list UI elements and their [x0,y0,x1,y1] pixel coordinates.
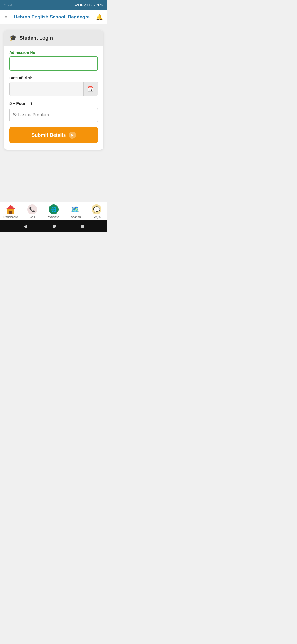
nav-item-website[interactable]: 🌐 Website [43,204,64,219]
captcha-form-group: 5 + Four = ? [9,101,98,122]
status-time: 5:38 [4,3,12,7]
card-header: 🎓 Student Login [4,30,103,46]
website-icon: 🌐 [49,204,59,214]
website-icon-wrap: 🌐 [49,204,59,214]
main-content: 🎓 Student Login Admission No Date of Bir… [0,24,107,202]
system-nav-bar: ◀ ⏺ ■ [0,220,107,232]
location-pin-icon: 🗺️ [70,204,80,214]
nav-item-faqs[interactable]: 💬 FAQ's [86,204,107,219]
bottom-nav: Dashboard 📞 Call 🌐 Website 🗺️ Location 💬… [0,202,107,220]
call-label: Call [30,215,35,219]
calendar-icon: 📅 [87,86,94,92]
location-icon-wrap: 🗺️ [70,204,80,214]
dashboard-house-icon [6,205,15,214]
dob-input[interactable] [10,82,83,96]
admission-label: Admission No [9,50,98,55]
website-label: Website [48,215,59,219]
captcha-question: 5 + Four = ? [9,101,98,106]
location-label: Location [69,215,81,219]
home-button[interactable]: ⏺ [52,223,57,229]
wifi-icon: ◇ [84,4,86,7]
submit-button[interactable]: Submit Details ➤ [9,127,98,143]
card-title: Student Login [20,35,53,41]
hamburger-menu-icon[interactable]: ≡ [4,14,8,20]
card-body: Admission No Date of Birth 📅 5 + Four = … [4,46,103,150]
app-header: ≡ Hebron English School, Bagdogra 🔔 [0,10,107,24]
nav-item-location[interactable]: 🗺️ Location [64,204,86,219]
dob-field-wrapper: 📅 [9,82,98,96]
submit-label: Submit Details [31,132,66,138]
signal-icon: ▲ [94,4,96,7]
captcha-input[interactable] [9,108,98,122]
nav-item-call[interactable]: 📞 Call [21,204,43,219]
date-picker-button[interactable]: 📅 [83,82,98,96]
back-button[interactable]: ◀ [23,223,27,229]
recents-button[interactable]: ■ [81,223,84,229]
faq-icon: 💬 [92,204,101,214]
login-card: 🎓 Student Login Admission No Date of Bir… [4,30,103,150]
lte-icon: LTE [87,4,92,7]
status-bar: 5:38 VoLTE ◇ LTE ▲ 93% [0,0,107,10]
dob-label: Date of Birth [9,76,98,80]
nav-item-dashboard[interactable]: Dashboard [0,204,21,219]
volte-icon: VoLTE [75,4,83,7]
faqs-label: FAQ's [92,215,101,219]
call-icon: 📞 [27,204,37,214]
status-icons: VoLTE ◇ LTE ▲ 93% [75,4,103,7]
faq-icon-wrap: 💬 [92,204,101,214]
call-icon-wrap: 📞 [27,204,37,214]
submit-arrow-icon: ➤ [69,132,76,139]
admission-form-group: Admission No [9,50,98,71]
notification-bell-icon[interactable]: 🔔 [96,14,103,20]
dob-form-group: Date of Birth 📅 [9,76,98,96]
admission-input[interactable] [9,56,98,71]
dashboard-icon-wrap [6,204,16,214]
dashboard-label: Dashboard [3,215,18,219]
graduation-cap-icon: 🎓 [9,34,17,42]
battery-icon: 93% [97,4,103,7]
header-title: Hebron English School, Bagdogra [8,14,96,20]
